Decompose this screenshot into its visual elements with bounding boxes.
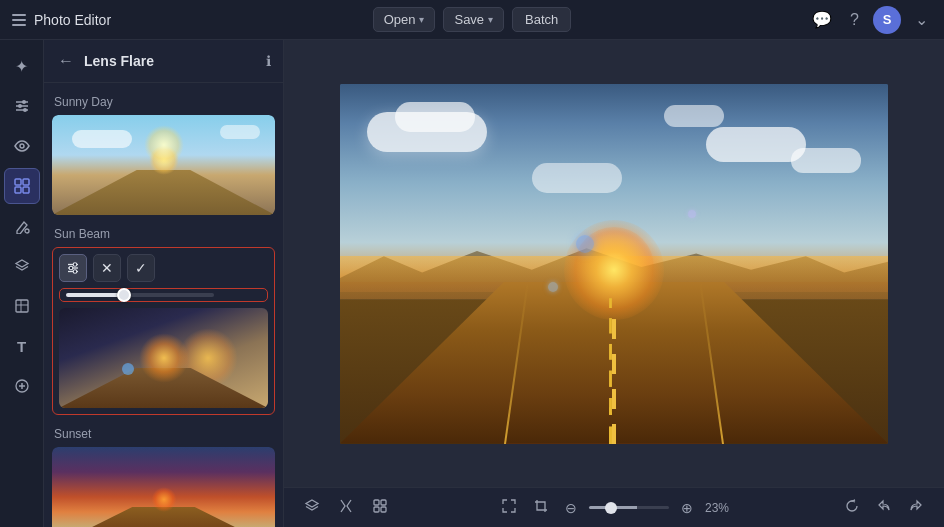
- panel-back-button[interactable]: ←: [56, 50, 76, 72]
- icon-sidebar: ✦: [0, 40, 44, 527]
- svg-rect-24: [374, 500, 379, 505]
- compare-icon[interactable]: [334, 494, 358, 521]
- intensity-slider-wrap: [59, 288, 268, 302]
- svg-point-6: [20, 144, 24, 148]
- svg-rect-12: [16, 300, 28, 312]
- layers-bottom-icon[interactable]: [300, 494, 324, 521]
- sidebar-icon-paint[interactable]: [4, 208, 40, 244]
- sidebar-icon-adjust[interactable]: [4, 88, 40, 124]
- fit-view-icon[interactable]: [497, 494, 521, 521]
- effect-confirm-button[interactable]: ✓: [127, 254, 155, 282]
- grid-view-icon[interactable]: [368, 494, 392, 521]
- svg-rect-26: [374, 507, 379, 512]
- panel-items: Sunny Day Sun Beam: [44, 83, 283, 527]
- svg-rect-9: [15, 187, 21, 193]
- sidebar-icon-text[interactable]: T: [4, 328, 40, 364]
- reset-icon[interactable]: [840, 494, 864, 521]
- sunset-label: Sunset: [52, 423, 275, 447]
- avatar[interactable]: S: [873, 6, 901, 34]
- bottom-right: [840, 494, 928, 521]
- open-chevron-icon: ▾: [419, 14, 424, 25]
- intensity-slider[interactable]: [66, 293, 214, 297]
- sunset-thumbnail: [52, 447, 275, 527]
- help-icon[interactable]: ?: [846, 7, 863, 33]
- svg-point-21: [73, 263, 77, 267]
- svg-point-11: [25, 229, 29, 233]
- svg-rect-27: [381, 507, 386, 512]
- main-content: ✦: [0, 40, 944, 527]
- comments-icon[interactable]: 💬: [808, 6, 836, 33]
- panel-header: ← Lens Flare ℹ: [44, 40, 283, 83]
- selected-controls: ✕ ✓: [59, 254, 268, 282]
- save-chevron-icon: ▾: [488, 14, 493, 25]
- sidebar-icon-transform[interactable]: [4, 288, 40, 324]
- open-button[interactable]: Open ▾: [373, 7, 436, 32]
- sidebar-icon-effects[interactable]: [4, 168, 40, 204]
- sunny-day-label: Sunny Day: [52, 91, 275, 115]
- crop-icon[interactable]: [529, 494, 553, 521]
- sidebar-icon-more[interactable]: [4, 368, 40, 404]
- undo-icon[interactable]: [872, 494, 896, 521]
- sunny-day-thumbnail: [52, 115, 275, 215]
- bottom-left: [300, 494, 392, 521]
- expand-icon[interactable]: ⌄: [911, 6, 932, 33]
- hamburger-icon[interactable]: [12, 14, 26, 26]
- batch-button[interactable]: Batch: [512, 7, 571, 32]
- effect-close-button[interactable]: ✕: [93, 254, 121, 282]
- svg-rect-8: [23, 179, 29, 185]
- panel-title: Lens Flare: [84, 53, 258, 69]
- svg-rect-10: [23, 187, 29, 193]
- sun-beam-label: Sun Beam: [52, 223, 275, 247]
- canvas-area: ⊖ ⊕ 23%: [284, 40, 944, 527]
- sunny-day-card[interactable]: [52, 115, 275, 215]
- photo-canvas: [340, 84, 888, 444]
- effects-panel: ← Lens Flare ℹ Sunny Day Sun Beam: [44, 40, 284, 527]
- zoom-level: 23%: [705, 501, 735, 515]
- svg-rect-25: [381, 500, 386, 505]
- svg-rect-7: [15, 179, 21, 185]
- svg-point-3: [22, 100, 26, 104]
- topbar: Photo Editor Open ▾ Save ▾ Batch 💬 ? S ⌄: [0, 0, 944, 40]
- redo-icon[interactable]: [904, 494, 928, 521]
- sidebar-icon-layers[interactable]: [4, 248, 40, 284]
- topbar-center: Open ▾ Save ▾ Batch: [373, 7, 572, 32]
- canvas-viewport[interactable]: [284, 40, 944, 487]
- app-title: Photo Editor: [34, 12, 111, 28]
- topbar-left: Photo Editor: [12, 12, 373, 28]
- svg-point-23: [73, 270, 77, 274]
- svg-point-22: [69, 266, 73, 270]
- save-button[interactable]: Save ▾: [443, 7, 504, 32]
- sidebar-icon-ai[interactable]: ✦: [4, 48, 40, 84]
- bottom-bar: ⊖ ⊕ 23%: [284, 487, 944, 527]
- panel-info-icon[interactable]: ℹ: [266, 53, 271, 69]
- zoom-slider[interactable]: [589, 506, 669, 509]
- bottom-center: ⊖ ⊕ 23%: [497, 494, 735, 521]
- zoom-out-icon[interactable]: ⊖: [561, 496, 581, 520]
- sun-beam-card[interactable]: ✕ ✓: [52, 247, 275, 415]
- sun-beam-thumbnail: [59, 308, 268, 408]
- zoom-in-icon[interactable]: ⊕: [677, 496, 697, 520]
- topbar-right: 💬 ? S ⌄: [571, 6, 932, 34]
- sunset-card[interactable]: [52, 447, 275, 527]
- svg-point-4: [18, 104, 22, 108]
- svg-point-5: [23, 108, 27, 112]
- effect-settings-button[interactable]: [59, 254, 87, 282]
- sidebar-icon-eye[interactable]: [4, 128, 40, 164]
